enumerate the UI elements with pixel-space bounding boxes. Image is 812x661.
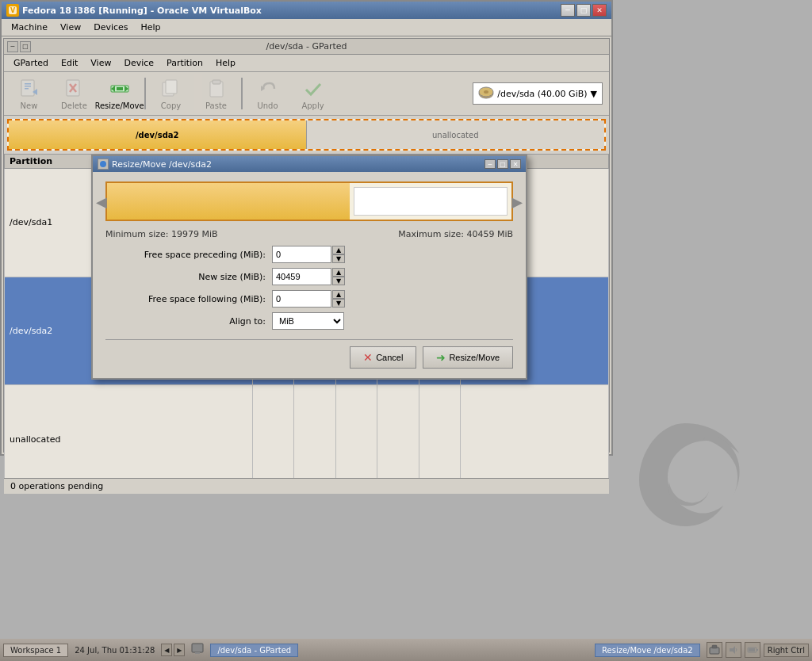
- debian-swirl: [606, 407, 764, 566]
- row-partition: unallocated: [5, 385, 253, 494]
- toolbar-sep1: [144, 78, 146, 109]
- new-label: New: [21, 101, 38, 110]
- free-preceding-spinbox: ▲ ▼: [332, 246, 345, 263]
- menu-device[interactable]: Device: [117, 56, 160, 70]
- gparted-title: /dev/sda - GParted: [266, 41, 347, 52]
- svg-rect-5: [25, 88, 29, 90]
- size-info: Minimum size: 19979 MiB Maximum size: 40…: [105, 229, 513, 239]
- disk-selector[interactable]: /dev/sda (40.00 GiB) ▼: [473, 82, 603, 105]
- resize-title: Resize/Move /dev/sda2: [112, 159, 212, 170]
- taskbar-icon3: [745, 642, 760, 658]
- free-preceding-wrap: ▲ ▼: [272, 246, 345, 263]
- debian-logo: [606, 407, 764, 566]
- resize-title-left: Resize/Move /dev/sda2: [98, 159, 212, 170]
- resize-move-button[interactable]: ➜ Resize/Move: [423, 346, 513, 369]
- sda2-label: /dev/sda2: [136, 131, 179, 139]
- gparted-titlebar-buttons: ─ □: [7, 41, 31, 52]
- min-size-label: Minimum size: 19979 MiB: [105, 229, 218, 239]
- new-size-label: New size (MiB):: [105, 272, 272, 282]
- free-following-up[interactable]: ▲: [332, 290, 345, 299]
- new-size-input[interactable]: [272, 268, 331, 285]
- resize-min-btn[interactable]: ─: [485, 159, 496, 169]
- align-wrap: MiB Cylinder None: [272, 312, 344, 330]
- gparted-taskbar-item[interactable]: /dev/sda - GParted: [210, 644, 298, 657]
- partition-visual: /dev/sda2 unallocated: [7, 119, 606, 151]
- new-size-down[interactable]: ▼: [332, 277, 345, 285]
- new-size-row: New size (MiB): ▲ ▼: [105, 268, 513, 285]
- cancel-button[interactable]: ✕ Cancel: [350, 346, 416, 369]
- gparted-menubar: GParted Edit View Device Partition Help: [4, 55, 609, 72]
- resize-content: ◀ ▶ Minimum size: 19979 MiB Maximum size…: [93, 172, 526, 378]
- table-row[interactable]: unallocated: [5, 385, 609, 494]
- gparted-max-btn[interactable]: □: [20, 41, 31, 52]
- toolbar-apply-btn[interactable]: Apply: [291, 74, 335, 113]
- left-arrow-icon: ◀: [96, 193, 107, 210]
- svg-point-21: [484, 90, 488, 94]
- svg-marker-27: [730, 646, 735, 654]
- toolbar-copy-btn[interactable]: Copy: [149, 74, 193, 113]
- unalloc-label: unallocated: [432, 131, 479, 139]
- taskbar-nav-forward[interactable]: ▶: [174, 644, 185, 656]
- svg-rect-4: [25, 86, 31, 87]
- cancel-label: Cancel: [376, 353, 403, 362]
- delete-label: Delete: [61, 101, 87, 110]
- free-preceding-up[interactable]: ▲: [332, 246, 345, 254]
- vbox-menu-devices[interactable]: Devices: [87, 21, 134, 34]
- menu-help[interactable]: Help: [209, 56, 242, 70]
- resize-tb-icon: [98, 159, 109, 170]
- vbox-maximize-btn[interactable]: □: [576, 4, 591, 17]
- resize-close-btn[interactable]: ✕: [510, 159, 521, 169]
- vbox-titlebar-buttons: ─ □ ✕: [561, 4, 607, 17]
- delete-icon: [63, 78, 86, 100]
- vbox-menu-machine[interactable]: Machine: [5, 21, 54, 34]
- disk-selector-label: /dev/sda (40.00 GiB): [497, 89, 587, 99]
- free-preceding-down[interactable]: ▼: [332, 254, 345, 263]
- taskbar-nav-back[interactable]: ◀: [161, 644, 172, 656]
- svg-rect-17: [213, 80, 220, 84]
- resize-icon: [109, 78, 131, 100]
- copy-icon: [160, 78, 182, 100]
- sound-icon: [728, 644, 739, 655]
- free-following-spinbox: ▲ ▼: [332, 290, 345, 308]
- align-row: Align to: MiB Cylinder None: [105, 312, 513, 330]
- vbox-minimize-btn[interactable]: ─: [561, 4, 575, 17]
- menu-partition[interactable]: Partition: [160, 56, 209, 70]
- free-preceding-input[interactable]: [272, 246, 331, 263]
- menu-view[interactable]: View: [84, 56, 117, 70]
- workspace-btn[interactable]: Workspace 1: [3, 644, 68, 657]
- toolbar-delete-btn[interactable]: Delete: [52, 74, 96, 113]
- align-select[interactable]: MiB Cylinder None: [272, 312, 344, 330]
- free-following-input[interactable]: [272, 290, 331, 308]
- paste-label: Paste: [205, 101, 227, 110]
- gparted-min-btn[interactable]: ─: [7, 41, 18, 52]
- toolbar-undo-btn[interactable]: Undo: [246, 74, 289, 113]
- vbox-menu-help[interactable]: Help: [135, 21, 167, 34]
- free-following-down[interactable]: ▼: [332, 299, 345, 308]
- right-ctrl-label: Right Ctrl: [764, 644, 809, 657]
- vbox-close-btn[interactable]: ✕: [592, 4, 607, 17]
- menu-edit[interactable]: Edit: [55, 56, 84, 70]
- vbox-titlebar-left: V Fedora 18 i386 [Running] - Oracle VM V…: [6, 4, 262, 17]
- align-label: Align to:: [105, 316, 272, 327]
- taskbar-icon2: [726, 642, 741, 658]
- vbox-menu-view[interactable]: View: [54, 21, 87, 34]
- svg-point-22: [100, 161, 106, 167]
- battery-icon: [747, 644, 758, 655]
- toolbar-paste-btn[interactable]: Paste: [194, 74, 238, 113]
- workspace-label: Workspace 1: [10, 646, 61, 655]
- network-icon: [709, 644, 720, 655]
- copy-label: Copy: [161, 101, 181, 110]
- partition-unalloc-visual: unallocated: [307, 120, 605, 149]
- resize-move-label: Resize/Move: [449, 353, 500, 362]
- toolbar-resize-btn[interactable]: Resize/Move: [98, 74, 141, 113]
- menu-gparted[interactable]: GParted: [7, 56, 55, 70]
- resize-taskbar-item[interactable]: Resize/Move /dev/sda2: [595, 644, 700, 657]
- right-arrow-icon: ▶: [511, 193, 523, 210]
- max-size-label: Maximum size: 40459 MiB: [398, 229, 513, 239]
- disk-icon: [478, 86, 494, 101]
- svg-rect-15: [166, 80, 177, 94]
- toolbar-new-btn[interactable]: New: [7, 74, 51, 113]
- resize-max-btn[interactable]: □: [497, 159, 508, 169]
- cancel-icon: ✕: [363, 351, 373, 364]
- new-size-up[interactable]: ▲: [332, 268, 345, 277]
